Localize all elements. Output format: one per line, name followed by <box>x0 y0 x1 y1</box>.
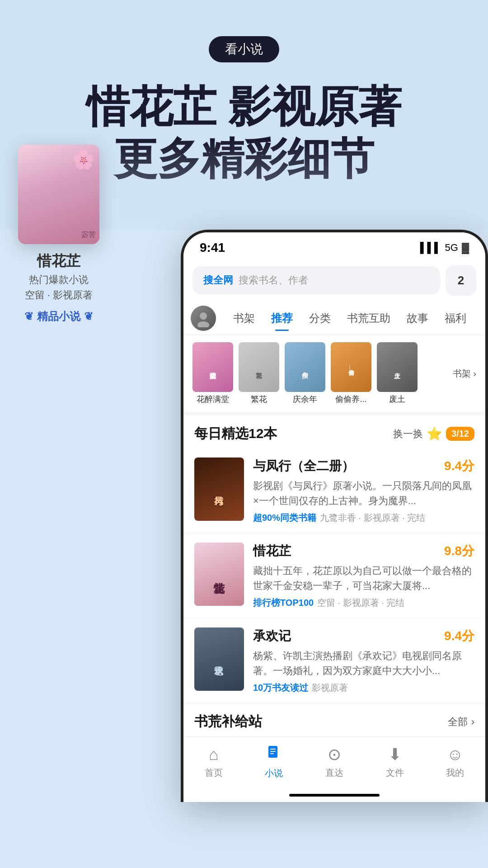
book-item-2[interactable]: 繁花 繁花 <box>239 342 279 405</box>
book-thumb-3: 庆余年 <box>285 342 325 392</box>
book-tag-gray-3: 影视原著 <box>312 682 348 694</box>
book-thumb-4: 偷偷养... <box>331 342 371 392</box>
tab-recommend[interactable]: 推荐 <box>263 306 301 331</box>
tab-welfare[interactable]: 福利 <box>436 306 474 331</box>
book-score-2: 9.8分 <box>444 542 474 560</box>
book-tag-blue-2: 排行榜TOP100 <box>253 597 314 609</box>
book-item-4[interactable]: 偷偷养... 偷偷养... <box>331 342 371 405</box>
phone-mockup: 9:41 ▌▌▌ 5G ▓ 搜全网 搜索书名、作者 2 书架 推荐 分类 书荒互… <box>181 230 488 802</box>
status-time: 9:41 <box>200 241 225 255</box>
battery-icon: ▓ <box>462 242 469 254</box>
book-desc-3: 杨紫、许凯主演热播剧《承欢记》电视剧同名原著。一场婚礼，因为双方家庭中大大小小.… <box>253 648 474 678</box>
book-tag-gray-2: 空留 · 影视原著 · 完结 <box>317 597 404 609</box>
profile-icon: ☺ <box>447 745 464 764</box>
book-tag-blue-3: 10万书友读过 <box>253 682 308 694</box>
bottom-nav-direct[interactable]: ⊙ 直达 <box>316 745 352 779</box>
supply-action-label: 全部 <box>448 715 468 729</box>
premium-badge: 精品小说 <box>24 309 93 324</box>
left-book-cover: 🌸 惜花芷 宓苦 <box>18 145 99 244</box>
bottom-nav-home[interactable]: ⌂ 首页 <box>196 745 232 779</box>
home-indicator-bar <box>183 790 485 802</box>
book-desc-2: 藏拙十五年，花芷原以为自己可以做一个最合格的世家千金安稳一辈子，可当花家大厦将.… <box>253 563 474 593</box>
book-tags-2: 排行榜TOP100 空留 · 影视原著 · 完结 <box>253 597 474 609</box>
search-bar: 搜全网 搜索书名、作者 2 <box>183 259 485 302</box>
supply-title: 书荒补给站 <box>194 712 262 731</box>
signal-icon: ▌▌▌ <box>420 242 441 254</box>
tab-book-drought[interactable]: 书荒互助 <box>339 306 399 331</box>
bookshelf-link-text: 书架 › <box>453 368 476 380</box>
book-title-2: 惜花芷 <box>253 542 291 560</box>
supply-action[interactable]: 全部 › <box>448 715 474 729</box>
book-tags-1: 超90%同类书籍 九鹭非香 · 影视原著 · 完结 <box>253 512 474 524</box>
book-info-2: 惜花芷 9.8分 藏拙十五年，花芷原以为自己可以做一个最合格的世家千金安稳一辈子… <box>253 542 474 609</box>
daily-section-header: 每日精选12本 换一换 ⭐ 3/12 <box>183 415 485 448</box>
left-book-subtitle: 热门爆款小说 <box>29 273 89 287</box>
bookshelf-link[interactable]: 书架 › <box>453 368 476 380</box>
book-item-1[interactable]: 花醉满堂 花醉满堂 <box>192 342 233 405</box>
home-icon: ⌂ <box>209 745 219 764</box>
left-book-title: 惜花芷 <box>37 251 80 271</box>
book-label-4: 偷偷养... <box>335 394 366 405</box>
book-thumb-2: 繁花 <box>239 342 279 392</box>
book-tag-gray-1: 九鹭非香 · 影视原著 · 完结 <box>320 512 425 524</box>
svg-rect-4 <box>270 751 276 752</box>
book-label-1: 花醉满堂 <box>197 394 229 405</box>
daily-section-action[interactable]: 换一换 ⭐ 3/12 <box>393 426 474 441</box>
book-item-3[interactable]: 庆余年 庆余年 <box>285 342 325 405</box>
bottom-nav-file[interactable]: ⬇ 文件 <box>377 745 413 779</box>
book-tag-blue-1: 超90%同类书籍 <box>253 512 316 524</box>
search-input-area[interactable]: 搜全网 搜索书名、作者 <box>192 266 440 294</box>
svg-rect-3 <box>270 749 276 750</box>
book-title-row-3: 承欢记 9.4分 <box>253 627 474 645</box>
book-list-item-3[interactable]: 承欢记 承欢记 9.4分 杨紫、许凯主演热播剧《承欢记》电视剧同名原著。一场婚礼… <box>183 618 485 703</box>
book-title-row-1: 与凤行（全二册） 9.4分 <box>253 458 474 475</box>
nav-tabs: 书架 推荐 分类 书荒互助 故事 福利 <box>183 302 485 335</box>
bottom-nav-mine-label: 我的 <box>446 767 464 779</box>
search-placeholder: 搜索书名、作者 <box>239 274 308 287</box>
svg-point-0 <box>200 312 207 320</box>
book-cover-1: 与凤行 <box>194 458 244 521</box>
book-score-1: 9.4分 <box>444 458 474 475</box>
bottom-nav-mine[interactable]: ☺ 我的 <box>437 745 473 779</box>
book-desc-1: 影视剧《与凤行》原著小说。一只陨落凡间的凤凰×一个世间仅存的上古神。身为魔界..… <box>253 478 474 508</box>
book-title-1: 与凤行（全二册） <box>253 458 354 475</box>
book-title-3: 承欢记 <box>253 627 291 645</box>
top-promo-section: 看小说 惜花芷 影视原著 更多精彩细节 🌸 惜花芷 宓苦 惜花芷 热门爆款小说 … <box>0 0 488 230</box>
bookshelf-row: 花醉满堂 花醉满堂 繁花 繁花 庆余年 庆余年 偷偷养... 偷偷 <box>183 335 485 415</box>
book-info-3: 承欢记 9.4分 杨紫、许凯主演热播剧《承欢记》电视剧同名原著。一场婚礼，因为双… <box>253 627 474 694</box>
bottom-nav-file-label: 文件 <box>386 767 404 779</box>
tab-bookshelf[interactable]: 书架 <box>225 306 263 331</box>
app-tag-badge: 看小说 <box>209 36 279 62</box>
book-list-item-2[interactable]: 惜花芷 惜花芷 9.8分 藏拙十五年，花芷原以为自己可以做一个最合格的世家千金安… <box>183 533 485 618</box>
left-book-float[interactable]: 🌸 惜花芷 宓苦 惜花芷 热门爆款小说 空留 · 影视原著 精品小说 <box>18 145 99 324</box>
download-icon: ⬇ <box>388 745 402 764</box>
search-label: 搜全网 <box>203 274 233 287</box>
book-item-5[interactable]: 废土 废土 <box>377 342 418 405</box>
book-label-3: 庆余年 <box>293 394 317 405</box>
book-title-row-2: 惜花芷 9.8分 <box>253 542 474 560</box>
bottom-nav-direct-label: 直达 <box>325 767 343 779</box>
home-indicator <box>289 794 380 797</box>
page-badge: 3/12 <box>446 427 474 441</box>
book-list-item-1[interactable]: 与凤行 与凤行（全二册） 9.4分 影视剧《与凤行》原著小说。一只陨落凡间的凤凰… <box>183 448 485 533</box>
supply-section-header: 书荒补给站 全部 › <box>183 703 485 736</box>
nav-avatar[interactable] <box>191 306 216 331</box>
status-icons: ▌▌▌ 5G ▓ <box>420 242 469 254</box>
supply-chevron: › <box>471 716 474 728</box>
search-btn[interactable]: 2 <box>446 265 476 296</box>
status-bar: 9:41 ▌▌▌ 5G ▓ <box>183 232 485 259</box>
bottom-nav: ⌂ 首页 小说 ⊙ 直达 ⬇ 文件 <box>183 736 485 790</box>
novel-icon <box>266 744 282 764</box>
network-icon: 5G <box>445 242 458 254</box>
tab-category[interactable]: 分类 <box>301 306 339 331</box>
bottom-nav-novel-label: 小说 <box>265 767 283 779</box>
svg-rect-5 <box>270 753 274 754</box>
svg-point-1 <box>197 321 209 327</box>
book-label-2: 繁花 <box>251 394 267 405</box>
book-cover-3: 承欢记 <box>194 627 244 691</box>
search-nav-icon: ⊙ <box>328 745 341 764</box>
bottom-nav-novel[interactable]: 小说 <box>256 744 292 779</box>
tab-story[interactable]: 故事 <box>399 306 436 331</box>
left-book-subtitle2: 空留 · 影视原著 <box>25 288 93 302</box>
book-info-1: 与凤行（全二册） 9.4分 影视剧《与凤行》原著小说。一只陨落凡间的凤凰×一个世… <box>253 458 474 524</box>
